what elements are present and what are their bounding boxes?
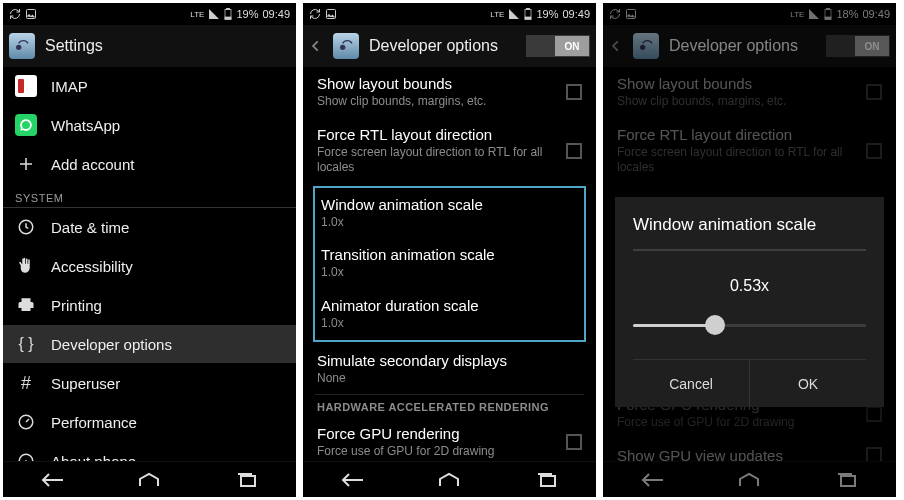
home-button[interactable] xyxy=(429,468,469,492)
checkbox-icon[interactable] xyxy=(566,434,582,450)
page-title: Settings xyxy=(45,37,103,55)
opt-title: Force RTL layout direction xyxy=(317,126,582,143)
sync-icon xyxy=(9,8,21,20)
row-performance[interactable]: Performance xyxy=(3,403,296,442)
home-button[interactable] xyxy=(729,468,769,492)
row-printing[interactable]: Printing xyxy=(3,286,296,325)
hand-icon xyxy=(15,255,37,277)
image-icon xyxy=(325,8,337,20)
opt-title: Window animation scale xyxy=(321,196,578,213)
battery-icon xyxy=(224,8,232,20)
image-icon xyxy=(625,8,637,20)
screen-developer-options: LTE 19% 09:49 Developer options ON Show … xyxy=(303,3,596,497)
row-add-account[interactable]: Add account xyxy=(3,145,296,184)
row-label: WhatsApp xyxy=(51,117,120,134)
time-label: 09:49 xyxy=(862,8,890,20)
row-about-phone[interactable]: About phone xyxy=(3,442,296,461)
toggle-label: ON xyxy=(555,36,589,56)
row-label: Printing xyxy=(51,297,102,314)
back-chevron-icon xyxy=(609,39,623,53)
recent-button[interactable] xyxy=(227,468,267,492)
slider-thumb[interactable] xyxy=(705,315,725,335)
settings-list[interactable]: IMAP WhatsApp Add account SYSTEM Date & … xyxy=(3,67,296,461)
imap-icon xyxy=(15,75,37,97)
plus-icon xyxy=(15,153,37,175)
svg-rect-15 xyxy=(827,8,830,10)
settings-app-icon xyxy=(633,33,659,59)
info-icon xyxy=(15,450,37,461)
opt-sub: 1.0x xyxy=(321,316,578,332)
section-header-hwaccel: HARDWARE ACCELERATED RENDERING xyxy=(303,395,596,417)
opt-sub: Force screen layout direction to RTL for… xyxy=(317,145,582,176)
row-accessibility[interactable]: Accessibility xyxy=(3,247,296,286)
braces-icon: { } xyxy=(15,333,37,355)
row-developer-options[interactable]: { } Developer options xyxy=(3,325,296,364)
back-chevron-icon[interactable] xyxy=(309,39,323,53)
cancel-button[interactable]: Cancel xyxy=(633,360,749,407)
opt-show-layout-bounds[interactable]: Show layout bounds Show clip bounds, mar… xyxy=(303,67,596,118)
nav-bar xyxy=(303,461,596,497)
status-bar: LTE 19% 09:49 xyxy=(303,3,596,25)
image-icon xyxy=(25,8,37,20)
master-toggle: ON xyxy=(826,35,890,57)
battery-icon xyxy=(524,8,532,20)
opt-sub: Force use of GPU for 2D drawing xyxy=(317,444,582,460)
opt-sub: 1.0x xyxy=(321,265,578,281)
checkbox-icon[interactable] xyxy=(566,84,582,100)
opt-sub: Force screen layout direction to RTL for… xyxy=(617,145,882,176)
recent-button[interactable] xyxy=(827,468,867,492)
opt-title: Force RTL layout direction xyxy=(617,126,882,143)
slider-fill xyxy=(633,324,715,327)
opt-sub: Show clip bounds, margins, etc. xyxy=(317,94,582,110)
ok-button[interactable]: OK xyxy=(749,360,866,407)
opt-force-rtl[interactable]: Force RTL layout direction Force screen … xyxy=(303,118,596,184)
checkbox-icon[interactable] xyxy=(566,143,582,159)
network-label: LTE xyxy=(490,10,504,19)
svg-rect-16 xyxy=(825,17,831,19)
svg-rect-10 xyxy=(527,8,530,10)
devopts-list[interactable]: Show layout bounds Show clip bounds, mar… xyxy=(303,67,596,461)
checkbox-icon xyxy=(866,84,882,100)
opt-title: Force GPU rendering xyxy=(317,425,582,442)
svg-rect-2 xyxy=(227,8,230,10)
printer-icon xyxy=(15,294,37,316)
back-button[interactable] xyxy=(632,468,672,492)
master-toggle[interactable]: ON xyxy=(526,35,590,57)
opt-force-gpu-rendering[interactable]: Force GPU rendering Force use of GPU for… xyxy=(303,417,596,461)
home-button[interactable] xyxy=(129,468,169,492)
nav-bar xyxy=(603,461,896,497)
opt-title: Simulate secondary displays xyxy=(317,352,582,369)
opt-animator-duration-scale[interactable]: Animator duration scale 1.0x xyxy=(315,289,584,340)
highlighted-animation-settings: Window animation scale 1.0x Transition a… xyxy=(313,186,586,342)
battery-label: 18% xyxy=(836,8,858,20)
back-button[interactable] xyxy=(32,468,72,492)
recent-button[interactable] xyxy=(527,468,567,492)
row-whatsapp[interactable]: WhatsApp xyxy=(3,106,296,145)
back-button[interactable] xyxy=(332,468,372,492)
checkbox-icon xyxy=(866,406,882,422)
opt-transition-animation-scale[interactable]: Transition animation scale 1.0x xyxy=(315,238,584,289)
opt-sub: None xyxy=(317,371,582,387)
opt-force-rtl: Force RTL layout direction Force screen … xyxy=(603,118,896,184)
checkbox-icon xyxy=(866,447,882,461)
time-label: 09:49 xyxy=(262,8,290,20)
svg-rect-3 xyxy=(225,17,231,19)
row-imap[interactable]: IMAP xyxy=(3,67,296,106)
status-bar: LTE 19% 09:49 xyxy=(3,3,296,25)
app-bar: Developer options ON xyxy=(303,25,596,67)
toggle-label: ON xyxy=(855,36,889,56)
page-title: Developer options xyxy=(669,37,798,55)
opt-show-layout-bounds: Show layout bounds Show clip bounds, mar… xyxy=(603,67,896,118)
app-bar: Developer options ON xyxy=(603,25,896,67)
opt-sub: Show clip bounds, margins, etc. xyxy=(617,94,882,110)
opt-simulate-secondary-displays[interactable]: Simulate secondary displays None xyxy=(303,344,596,395)
opt-title: Show GPU view updates xyxy=(617,447,882,461)
opt-window-animation-scale[interactable]: Window animation scale 1.0x xyxy=(315,188,584,239)
sync-icon xyxy=(609,8,621,20)
row-date-time[interactable]: Date & time xyxy=(3,208,296,247)
opt-title: Transition animation scale xyxy=(321,246,578,263)
app-bar: Settings xyxy=(3,25,296,67)
row-superuser[interactable]: # Superuser xyxy=(3,364,296,403)
gauge-icon xyxy=(15,411,37,433)
scale-slider[interactable] xyxy=(633,317,866,333)
